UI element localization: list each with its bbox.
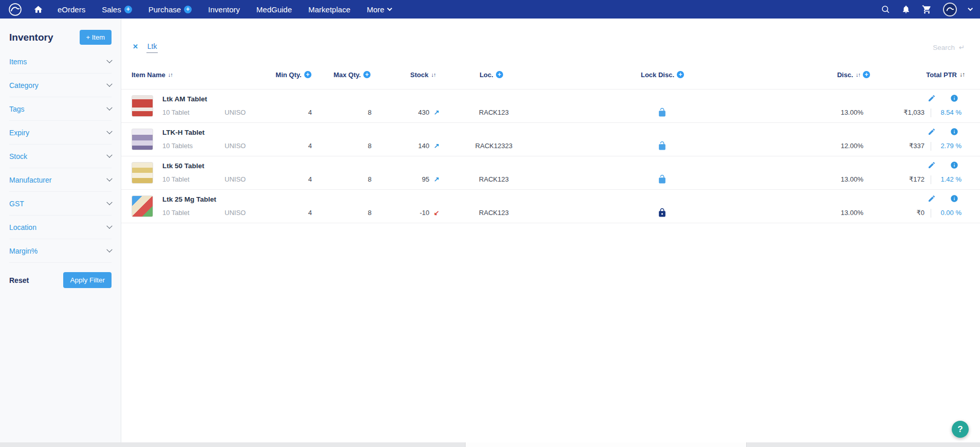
- clear-search-icon[interactable]: ✕: [133, 43, 138, 50]
- column-header-stock[interactable]: Stock ↓↑: [392, 66, 454, 83]
- plus-icon[interactable]: [496, 71, 503, 78]
- nav-item-inventory[interactable]: Inventory: [208, 5, 240, 14]
- total-ptr-value: ₹172: [909, 175, 924, 183]
- trend-up-icon: ↗: [434, 175, 439, 183]
- filter-margin[interactable]: Margin%: [9, 239, 112, 263]
- bell-icon[interactable]: [901, 5, 911, 14]
- apply-filter-button[interactable]: Apply Filter: [63, 272, 112, 288]
- total-ptr-value: ₹0: [916, 209, 924, 217]
- edit-icon[interactable]: [928, 94, 936, 104]
- filter-stock[interactable]: Stock: [9, 145, 112, 168]
- trend-down-icon: ↙: [434, 209, 439, 217]
- nav-item-eorders[interactable]: eOrders: [58, 5, 85, 14]
- filter-location[interactable]: Location: [9, 216, 112, 239]
- pack-size: 10 Tablet: [162, 109, 190, 116]
- filter-category[interactable]: Category: [9, 74, 112, 97]
- margin-percent-value: 8.54 %: [941, 109, 961, 116]
- info-icon[interactable]: [950, 128, 958, 138]
- nav-item-purchase[interactable]: Purchase: [149, 5, 192, 14]
- plus-icon[interactable]: [363, 71, 371, 78]
- column-header-max-qty[interactable]: Max Qty.: [321, 66, 383, 83]
- unlocked-icon[interactable]: [657, 174, 668, 185]
- reset-button[interactable]: Reset: [9, 276, 29, 284]
- locked-icon[interactable]: [657, 208, 668, 218]
- nav-item-label: Inventory: [208, 5, 240, 14]
- user-avatar[interactable]: [943, 3, 957, 16]
- nav-item-more[interactable]: More: [367, 5, 391, 14]
- page-title: Inventory: [9, 32, 53, 43]
- column-label: Min Qty.: [275, 71, 301, 79]
- item-name: LTK-H Tablet: [162, 129, 205, 136]
- brand-logo[interactable]: [8, 3, 22, 16]
- nav-item-sales[interactable]: Sales: [102, 5, 132, 14]
- horizontal-scrollbar[interactable]: [0, 442, 980, 447]
- nav-item-label: Purchase: [149, 5, 181, 14]
- search-hint-label: Search: [933, 44, 955, 51]
- trend-up-icon: ↗: [434, 109, 439, 116]
- filter-manufacturer[interactable]: Manufacturer: [9, 168, 112, 192]
- chevron-down-icon: [106, 199, 112, 205]
- divider: [931, 109, 931, 117]
- product-thumbnail: [132, 162, 153, 184]
- home-icon[interactable]: [33, 5, 43, 14]
- discount-value: 13.00%: [841, 209, 863, 217]
- filter-label: Tags: [9, 105, 25, 113]
- stock-value: 95 ↗: [382, 175, 439, 183]
- plus-icon[interactable]: [304, 71, 311, 78]
- search-input[interactable]: Ltk: [146, 42, 158, 53]
- item-name: Ltk AM Tablet: [162, 95, 207, 103]
- nav-item-medguide[interactable]: MedGuide: [256, 5, 292, 14]
- scrollbar-thumb[interactable]: [465, 442, 747, 447]
- unlocked-icon[interactable]: [657, 108, 668, 118]
- chevron-down-icon[interactable]: [968, 6, 973, 11]
- table-row[interactable]: Ltk 25 Mg Tablet 10 Tablet UNISO 4 8 -10…: [121, 190, 980, 223]
- info-icon[interactable]: [950, 161, 958, 171]
- column-header-total-ptr[interactable]: Total PTR ↓↑: [926, 66, 965, 83]
- column-header-min-qty[interactable]: Min Qty.: [263, 66, 324, 83]
- filter-tags[interactable]: Tags: [9, 97, 112, 121]
- add-item-button[interactable]: + Item: [80, 30, 112, 45]
- plus-icon[interactable]: [677, 71, 684, 78]
- edit-icon[interactable]: [928, 194, 936, 205]
- main-nav: eOrders Sales Purchase Invent: [58, 5, 391, 14]
- plus-icon: [124, 6, 132, 13]
- chevron-down-icon: [106, 223, 112, 228]
- column-header-loc[interactable]: Loc.: [460, 66, 522, 83]
- table-row[interactable]: Ltk 50 Tablet 10 Tablet UNISO 4 8 95 ↗ R…: [121, 156, 980, 190]
- sort-icon[interactable]: ↓↑: [168, 71, 173, 78]
- plus-icon[interactable]: [863, 71, 870, 78]
- discount-value: 12.00%: [841, 142, 863, 150]
- nav-item-marketplace[interactable]: Marketplace: [308, 5, 350, 14]
- sidebar-actions: Reset Apply Filter: [9, 272, 112, 288]
- help-button[interactable]: ?: [952, 421, 969, 438]
- info-icon[interactable]: [950, 94, 958, 104]
- table-row[interactable]: LTK-H Tablet 10 Tablets UNISO 4 8 140 ↗ …: [121, 123, 980, 156]
- edit-icon[interactable]: [928, 161, 936, 171]
- stock-value: 140 ↗: [382, 142, 439, 150]
- sort-icon[interactable]: ↓↑: [959, 71, 965, 78]
- edit-icon[interactable]: [928, 128, 936, 138]
- sort-icon[interactable]: ↓↑: [856, 71, 860, 78]
- sort-icon[interactable]: ↓↑: [431, 71, 436, 78]
- filter-expiry[interactable]: Expiry: [9, 121, 112, 145]
- column-label: Max Qty.: [334, 71, 361, 79]
- location-value: RACK12323: [460, 142, 527, 150]
- unlocked-icon[interactable]: [657, 141, 668, 151]
- divider: [931, 142, 931, 151]
- column-header-disc[interactable]: Disc. ↓↑: [837, 66, 870, 83]
- divider: [931, 209, 931, 218]
- min-qty-value: 4: [263, 109, 312, 116]
- table-row[interactable]: Ltk AM Tablet 10 Tablet UNISO 4 8 430 ↗ …: [121, 90, 980, 123]
- filter-items[interactable]: Items: [9, 50, 112, 74]
- filter-gst[interactable]: GST: [9, 192, 112, 216]
- chevron-down-icon: [106, 57, 112, 63]
- info-icon[interactable]: [950, 194, 958, 205]
- search-icon[interactable]: [881, 5, 890, 14]
- column-header-item-name[interactable]: Item Name ↓↑: [132, 66, 173, 83]
- max-qty-value: 8: [321, 109, 372, 116]
- cart-icon[interactable]: [922, 5, 932, 14]
- column-header-lock-disc[interactable]: Lock Disc.: [621, 66, 704, 83]
- chevron-down-icon: [106, 152, 112, 157]
- min-qty-value: 4: [263, 209, 312, 217]
- stock-number: 95: [422, 175, 429, 183]
